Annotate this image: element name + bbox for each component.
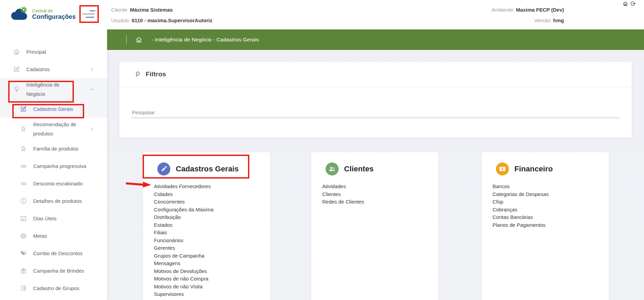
filters-panel: Filtros [119, 62, 632, 138]
tags-icon [20, 250, 27, 257]
card-list-item-funcionarios[interactable]: Funcionários [154, 237, 270, 245]
cart-plus-icon [20, 145, 27, 152]
home-icon[interactable] [135, 36, 143, 43]
card-list-item-bancos[interactable]: Bancos [492, 183, 609, 191]
card-title: Clientes [344, 165, 373, 173]
filters-body [119, 87, 632, 118]
card-title: Cadastros Gerais [176, 165, 239, 173]
info-icon [20, 197, 27, 205]
sidebar-item-metas[interactable]: Metas [0, 227, 107, 245]
people-icon [326, 162, 339, 175]
sidebar-item-familia-de-produtos[interactable]: Família de produtos [0, 140, 107, 157]
card-list-item-motivos-de-devolucoes[interactable]: Motivos de Devoluções [154, 268, 270, 275]
window-corner-icons [622, 1, 636, 6]
sidebar-item-campanha-progressiva[interactable]: Campanha progressiva [0, 157, 107, 175]
logout-icon[interactable] [630, 1, 636, 6]
chevron-right-icon [89, 67, 95, 72]
card-list-item-supervisores[interactable]: Supervisores [154, 290, 270, 298]
sidebar-item-inteligencia-de-negocio[interactable]: Inteligência de Negócio [0, 78, 107, 100]
edit-icon [13, 66, 20, 73]
sidebar-item-recomendacao-de-produtos[interactable]: Recomendação de produtos [0, 118, 107, 140]
card-list-item-atividades-fornecedores[interactable]: Atividades Fornecedores [154, 183, 270, 191]
card-title: Financeiro [514, 165, 553, 173]
card-list-item-planos-de-pagamentos[interactable]: Planos de Pagamentos [492, 221, 609, 229]
filters-title: Filtros [146, 70, 166, 78]
card-list-item-tipos-de-bonificacoes[interactable]: Tipos de Bonificações [154, 298, 270, 300]
card-list-item-clientes[interactable]: Clientes [322, 191, 438, 198]
home-icon[interactable] [622, 1, 628, 6]
search-icon [134, 71, 141, 78]
card-list-item-cobrancas[interactable]: Cobranças [492, 206, 609, 214]
card-list-item-atividades[interactable]: Atividades [322, 183, 438, 191]
cart-plus-icon [20, 125, 27, 132]
main-content: Filtros Cadastros Gerais Atividades Forn… [107, 50, 644, 300]
card-list-item-gerentes[interactable]: Gerentes [154, 244, 270, 252]
breadcrumb: - Inteligência de Negócio - Cadastros Ge… [152, 37, 259, 43]
card-list-item-redes-de-clientes[interactable]: Redes de Clientes [322, 198, 438, 206]
card-header: Clientes [326, 162, 432, 175]
logo-line1: Central de [32, 8, 76, 13]
edit-icon [20, 105, 27, 113]
sidebar-item-desconto-escalonado[interactable]: Desconto escalonado [0, 175, 107, 192]
version-row: Versão: hmg [491, 15, 564, 26]
waves-icon [20, 162, 27, 170]
card-list-item-grupos-de-campanha[interactable]: Grupos de Campanha [154, 252, 270, 260]
card-list-item-motivos-de-nao-visita[interactable]: Motivos de não Visita [154, 283, 270, 291]
chevron-right-icon [89, 126, 95, 132]
svg-text:$: $ [501, 167, 503, 171]
card-header: $ Financeiro [496, 162, 602, 175]
chevron-down-icon [89, 87, 95, 92]
card-header: Cadastros Gerais [157, 162, 263, 175]
card-list-item-cfop[interactable]: Cfop [492, 198, 609, 206]
category-card-clientes: Clientes AtividadesClientesRedes de Clie… [311, 152, 438, 300]
card-item-list: AtividadesClientesRedes de Clientes [311, 183, 438, 206]
sidebar-item-cadastro-de-grupos[interactable]: Cadastro de Grupos [0, 279, 107, 297]
card-list-item-configuracoes-da-maxima[interactable]: Configurações da Máxima [154, 206, 270, 214]
card-list-item-concorrentes[interactable]: Concorrentes [154, 198, 270, 206]
category-card-cadastros-gerais: Cadastros Gerais Atividades Fornecedores… [143, 152, 270, 300]
hamburger-icon [90, 10, 95, 11]
card-list-item-cidades[interactable]: Cidades [154, 191, 270, 198]
waves-icon [20, 180, 27, 187]
calendar-check-icon [20, 215, 27, 222]
user-row: Usuário: 6110 - maxima.SupervisorAutoriz [111, 15, 212, 26]
breadcrumb-bar: - Inteligência de Negócio - Cadastros Ge… [107, 29, 644, 50]
home-icon [13, 48, 20, 55]
divider [126, 35, 127, 44]
card-list-item-filiais[interactable]: Filiais [154, 229, 270, 237]
group-icon [20, 285, 27, 292]
environment-row: Ambiente: Maxima FECP (Dev) [491, 4, 564, 15]
environment-info: Ambiente: Maxima FECP (Dev) Versão: hmg [491, 4, 564, 26]
sidebar-item-cadastros-gerais[interactable]: Cadastros Gerais [0, 100, 107, 118]
pencil-icon [157, 162, 170, 175]
gift-icon [20, 267, 27, 274]
sidebar: Principal Cadastros Inteligência de Negó… [0, 29, 107, 300]
menu-toggle-button[interactable] [82, 9, 95, 19]
filters-header: Filtros [119, 62, 632, 87]
sidebar-item-cadastros[interactable]: Cadastros [0, 61, 107, 78]
card-list-item-motivos-de-nao-compra[interactable]: Motivos de não Compra [154, 275, 270, 283]
card-list-item-estados[interactable]: Estados [154, 221, 270, 229]
sidebar-item-campanha-de-brindes[interactable]: Campanha de Brindes [0, 262, 107, 279]
card-item-list: BancosCategorias de DespesasCfopCobrança… [482, 183, 609, 229]
client-row: Cliente: Máxima Sistemas [111, 4, 212, 15]
category-card-financeiro: $ Financeiro BancosCategorias de Despesa… [482, 152, 609, 300]
top-header: Central de Configurações Cliente: Máxima… [0, 0, 644, 29]
sidebar-item-dias-uteis[interactable]: Dias Úteis [0, 210, 107, 227]
search-input[interactable] [131, 108, 620, 118]
app-logo[interactable]: Central de Configurações [10, 5, 76, 23]
card-list-item-categorias-de-despesas[interactable]: Categorias de Despesas [492, 191, 609, 198]
sidebar-item-combo-de-descontos[interactable]: Combo de Descontos [0, 245, 107, 262]
sidebar-item-embalagens[interactable]: Embalagens [0, 297, 107, 300]
money-icon: $ [496, 162, 509, 175]
card-list-item-contas-bancarias[interactable]: Contas Bancárias [492, 213, 609, 221]
card-list-item-mensagens[interactable]: Mensagens [154, 260, 270, 268]
card-item-list: Atividades FornecedoresCidadesConcorrent… [143, 183, 270, 300]
logo-line2: Configurações [32, 13, 76, 20]
bulb-icon [13, 86, 20, 93]
cloud-gear-logo-icon [10, 5, 30, 23]
sidebar-item-principal[interactable]: Principal [0, 43, 107, 61]
target-icon [20, 232, 27, 239]
card-list-item-distribuicao[interactable]: Distribuição [154, 213, 270, 221]
sidebar-item-detalhes-de-produtos[interactable]: Detalhes de produtos [0, 192, 107, 210]
